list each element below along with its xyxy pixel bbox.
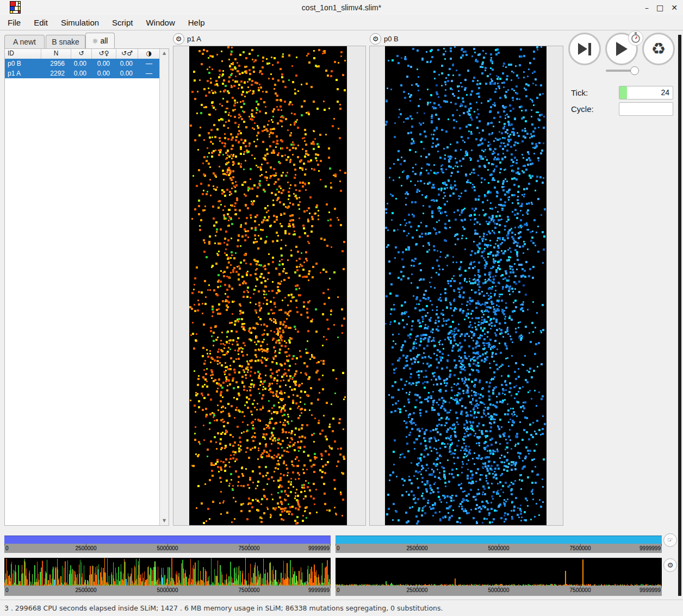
row-p1-selfing: 0.00 bbox=[71, 69, 92, 78]
scroll-up-icon[interactable]: ▲ bbox=[160, 49, 169, 58]
row-p1-id: p1 A bbox=[5, 69, 41, 78]
menu-edit[interactable]: Edit bbox=[27, 18, 54, 27]
tab-b-snake-label: B snake bbox=[52, 38, 79, 46]
tab-b-snake[interactable]: B snake bbox=[46, 35, 85, 48]
step-icon bbox=[578, 43, 587, 55]
col-id: ID bbox=[5, 49, 41, 59]
step-button[interactable] bbox=[568, 33, 601, 65]
tick-label: Tick: bbox=[571, 88, 588, 97]
p1-spatial-canvas bbox=[189, 46, 347, 525]
sun-icon: ☼ bbox=[92, 38, 98, 45]
p0-view-gear-icon[interactable]: ⚙ bbox=[370, 33, 381, 45]
p1-view-frame bbox=[173, 46, 366, 526]
speed-slider-handle[interactable] bbox=[630, 66, 639, 75]
p1-overview-axis: 0 2500000 5000000 7500000 9999999 bbox=[4, 544, 331, 553]
tab-a-newt-label: A newt bbox=[13, 38, 36, 46]
menu-simulation[interactable]: Simulation bbox=[54, 18, 105, 27]
window-title: cost_1on1_slimv4.slim* bbox=[0, 0, 683, 15]
menu-file[interactable]: File bbox=[1, 18, 27, 27]
p0-spatial-canvas bbox=[385, 46, 547, 525]
recycle-button[interactable]: ♻ bbox=[642, 33, 675, 65]
statusbar-divider bbox=[0, 600, 683, 601]
menu-help[interactable]: Help bbox=[182, 18, 212, 27]
window-controls: – □ ✕ bbox=[645, 0, 678, 15]
row-p1-n: 2292 bbox=[41, 69, 71, 78]
tick-field[interactable]: 24 bbox=[619, 86, 673, 99]
titlebar: cost_1on1_slimv4.slim* – □ ✕ bbox=[0, 0, 683, 15]
table-row-p1[interactable]: p1 A 2292 0.00 0.00 0.00 — bbox=[5, 69, 160, 78]
p0-chromosome-overview-bar[interactable] bbox=[336, 536, 662, 544]
close-button[interactable]: ✕ bbox=[671, 0, 678, 15]
status-bar: 3 . 299668 CPU seconds elapsed inside SL… bbox=[0, 601, 683, 616]
subpopulation-table: ID N ↺ ↺♀ ↺♂ ◑ p0 B 2956 0.00 0.00 0.00 … bbox=[4, 48, 169, 526]
tick-progress bbox=[619, 86, 627, 99]
speed-stopwatch-icon[interactable] bbox=[628, 30, 643, 46]
col-cloning-male-icon: ↺♂ bbox=[116, 49, 138, 59]
row-p0-clone-f: 0.00 bbox=[92, 59, 116, 69]
row-p1-sex-ratio: — bbox=[138, 69, 160, 78]
row-p0-clone-m: 0.00 bbox=[116, 59, 138, 69]
menu-script[interactable]: Script bbox=[105, 18, 139, 27]
table-scrollbar[interactable]: ▲ ▼ bbox=[159, 49, 169, 525]
slimgui-window: cost_1on1_slimv4.slim* – □ ✕ File Edit S… bbox=[0, 0, 683, 616]
table-row-p0[interactable]: p0 B 2956 0.00 0.00 0.00 — bbox=[5, 59, 160, 69]
col-cloning-female-icon: ↺♀ bbox=[92, 49, 116, 59]
p1-mutation-track-canvas bbox=[4, 558, 331, 586]
p0-view-frame bbox=[369, 46, 563, 526]
subpopulation-table-header: ID N ↺ ↺♀ ↺♂ ◑ bbox=[5, 49, 160, 59]
row-p1-clone-m: 0.00 bbox=[116, 69, 138, 78]
row-p1-clone-f: 0.00 bbox=[92, 69, 116, 78]
scroll-down-icon[interactable]: ▼ bbox=[160, 517, 169, 525]
p0-overview-axis: 0 2500000 5000000 7500000 9999999 bbox=[336, 544, 662, 553]
right-splitter[interactable] bbox=[678, 35, 681, 596]
p0-view-label: p0 B bbox=[384, 35, 399, 43]
recycle-icon: ♻ bbox=[651, 41, 666, 57]
row-p0-sex-ratio: — bbox=[138, 59, 160, 69]
menu-window[interactable]: Window bbox=[139, 18, 181, 27]
tab-all[interactable]: ☼all bbox=[85, 33, 115, 48]
chromosome-action-icon[interactable]: ☞ bbox=[663, 533, 677, 547]
play-icon bbox=[616, 42, 628, 56]
row-p0-selfing: 0.00 bbox=[71, 59, 92, 69]
row-p0-id: p0 B bbox=[5, 59, 41, 69]
p0-mutation-axis: 0 2500000 5000000 7500000 9999999 bbox=[336, 586, 662, 596]
p0-mutation-track-canvas bbox=[336, 558, 662, 586]
minimize-button[interactable]: – bbox=[645, 0, 649, 15]
cycle-field[interactable] bbox=[619, 102, 673, 116]
row-p0-n: 2956 bbox=[41, 59, 71, 69]
col-sex-ratio-icon: ◑ bbox=[138, 49, 160, 59]
cycle-label: Cycle: bbox=[571, 104, 594, 114]
p1-view-label: p1 A bbox=[187, 35, 201, 43]
col-selfing-icon: ↺ bbox=[71, 49, 92, 59]
maximize-button[interactable]: □ bbox=[656, 0, 663, 15]
chromosome-gear-icon[interactable]: ⚙ bbox=[663, 558, 677, 572]
col-n: N bbox=[41, 49, 71, 59]
p1-mutation-axis: 0 2500000 5000000 7500000 9999999 bbox=[4, 586, 331, 596]
menu-bar: File Edit Simulation Script Window Help bbox=[0, 15, 683, 30]
p1-view-gear-icon[interactable]: ⚙ bbox=[173, 33, 184, 45]
tab-all-label: all bbox=[100, 36, 108, 45]
tick-value: 24 bbox=[661, 86, 669, 99]
status-text: 3 . 299668 CPU seconds elapsed inside SL… bbox=[4, 601, 443, 615]
p1-chromosome-overview-bar[interactable] bbox=[4, 536, 331, 544]
tab-a-newt[interactable]: A newt bbox=[4, 35, 45, 48]
